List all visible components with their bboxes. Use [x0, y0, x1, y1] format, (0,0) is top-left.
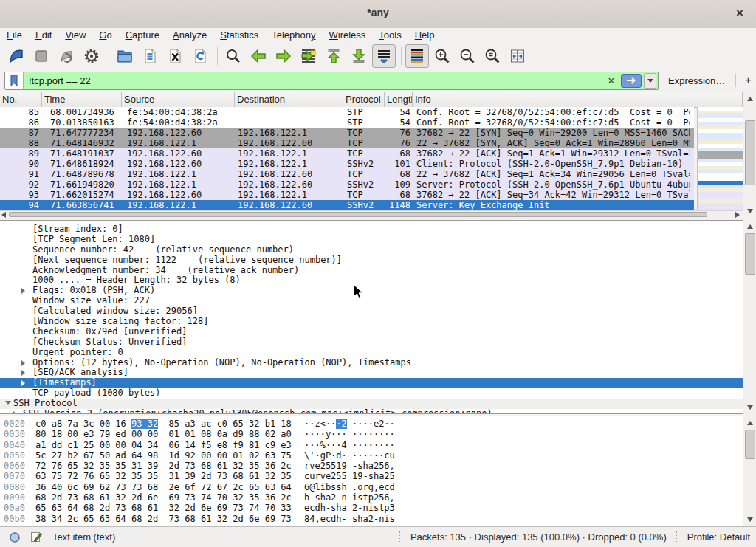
detail-line[interactable]: [TCP Segment Len: 1080] — [0, 235, 743, 245]
scroll-down-button[interactable] — [744, 402, 756, 413]
detail-line[interactable]: Window size value: 227 — [0, 296, 743, 306]
menu-capture[interactable]: Capture — [119, 28, 166, 43]
menu-telephony[interactable]: Telephony — [265, 28, 322, 43]
go-last-button[interactable] — [347, 44, 371, 68]
menu-file[interactable]: File — [0, 28, 29, 43]
scroll-down-button[interactable] — [744, 515, 756, 525]
expander-closed-icon[interactable] — [13, 411, 17, 414]
zoom-in-button[interactable] — [430, 44, 454, 68]
detail-line[interactable]: SSH Protocol — [0, 399, 743, 409]
filter-clear-button[interactable]: ✕ — [604, 75, 619, 86]
packet-row[interactable]: 9071.648618924192.168.122.60192.168.122.… — [0, 159, 694, 169]
packet-row[interactable]: 9471.663856741192.168.122.1192.168.122.6… — [0, 200, 694, 210]
menu-view[interactable]: View — [58, 28, 92, 43]
filter-dropdown-button[interactable] — [644, 73, 656, 89]
detail-line[interactable]: [Window size scaling factor: 128] — [0, 317, 743, 327]
hex-row[interactable]: 008036 40 6c 69 62 73 73 68 2e 6f 72 67 … — [0, 482, 743, 492]
hex-ascii[interactable]: curve255 19-sha25 — [304, 471, 395, 481]
detail-line[interactable]: [Next sequence number: 1122 (relative se… — [0, 255, 743, 266]
column-header-no[interactable]: No. — [0, 92, 42, 107]
menu-help[interactable]: Help — [408, 28, 441, 43]
packet-list-minimap[interactable] — [697, 107, 743, 210]
expander-closed-icon[interactable] — [21, 360, 25, 366]
hex-row[interactable]: 00a065 63 64 68 2d 73 68 61 32 2d 6e 69 … — [0, 503, 743, 513]
menu-wireless[interactable]: Wireless — [323, 28, 373, 43]
details-vscrollbar[interactable] — [743, 220, 756, 414]
hex-bytes[interactable]: 63 75 72 76 65 32 35 35 31 39 2d 73 68 6… — [35, 471, 292, 481]
hex-row[interactable]: 0040a1 dd c1 25 00 00 04 34 06 14 f5 e8 … — [0, 440, 743, 450]
hex-ascii[interactable]: 6@libssh .org,ecd — [304, 482, 395, 492]
add-filter-button[interactable]: + — [745, 74, 752, 87]
scrollbar-thumb[interactable] — [9, 212, 707, 217]
hex-row[interactable]: 009068 2d 73 68 61 32 2d 6e 69 73 74 70 … — [0, 492, 743, 503]
hex-row[interactable]: 00b038 34 2c 65 63 64 68 2d 73 68 61 32 … — [0, 514, 743, 524]
packet-row[interactable]: 9171.648789678192.168.122.1192.168.122.6… — [0, 169, 694, 179]
column-header-destination[interactable]: Destination — [235, 92, 343, 107]
menu-statistics[interactable]: Statistics — [213, 28, 265, 43]
hex-ascii[interactable]: \'·gP·d· ······cu — [304, 450, 395, 461]
hex-bytes[interactable]: 68 2d 73 68 61 32 2d 6e 69 73 74 70 32 3… — [35, 492, 292, 503]
file-open-button[interactable] — [113, 44, 137, 68]
column-header-info[interactable]: Info — [413, 92, 743, 107]
detail-line[interactable]: Acknowledgment number: 34 (relative ack … — [0, 266, 743, 276]
find-packet-button[interactable] — [221, 44, 245, 68]
hex-row[interactable]: 006072 76 65 32 35 35 31 39 2d 73 68 61 … — [0, 461, 743, 471]
menu-analyze[interactable]: Analyze — [166, 28, 213, 43]
go-first-button[interactable] — [322, 44, 346, 68]
packet-row[interactable]: 9271.661949820192.168.122.1192.168.122.6… — [0, 179, 694, 190]
scrollbar-thumb[interactable] — [745, 430, 755, 459]
wireshark-start-button[interactable] — [4, 44, 28, 68]
scroll-right-button[interactable] — [734, 212, 741, 218]
filter-apply-button[interactable] — [621, 74, 642, 88]
detail-line[interactable]: 1000 .... = Header Length: 32 bytes (8) — [0, 275, 743, 286]
close-window-button[interactable]: × — [732, 6, 747, 21]
hex-ascii[interactable]: ···%···4 ········ — [304, 440, 395, 450]
packet-list-hscrollbar[interactable] — [0, 210, 743, 219]
hex-ascii[interactable]: ····y··· ········ — [304, 429, 395, 439]
hex-ascii[interactable]: 84,ecdh- sha2-nis — [304, 514, 395, 524]
scroll-up-button[interactable] — [744, 94, 756, 104]
detail-line[interactable]: [SEQ/ACK analysis] — [0, 368, 743, 378]
file-close-button[interactable] — [163, 44, 187, 68]
expander-closed-icon[interactable] — [21, 370, 25, 376]
hex-bytes[interactable]: 5c 27 b2 67 50 ad 64 98 1d 92 00 00 01 0… — [35, 450, 292, 461]
hex-bytes[interactable]: 80 18 00 e3 79 ed 00 00 01 01 08 0a d9 8… — [35, 429, 292, 439]
packet-list-vscrollbar[interactable] — [743, 92, 756, 218]
menu-go[interactable]: Go — [92, 28, 118, 43]
column-header-time[interactable]: Time — [42, 92, 122, 107]
scroll-down-button[interactable] — [744, 206, 756, 216]
file-reload-button[interactable] — [188, 44, 212, 68]
capture-comment-icon[interactable] — [30, 531, 43, 543]
file-save-button[interactable] — [138, 44, 162, 68]
packet-bytes-pane[interactable]: 0020c0 a8 7a 3c 00 16 93 32 85 a3 ac c0 … — [0, 416, 743, 526]
detail-line[interactable]: [Timestamps] — [0, 378, 743, 388]
packet-row[interactable]: 8971.648191037192.168.122.60192.168.122.… — [0, 148, 694, 159]
hex-bytes[interactable]: 38 34 2c 65 63 64 68 2d 73 68 61 32 2d 6… — [35, 514, 292, 524]
zoom-out-button[interactable] — [456, 44, 479, 68]
hex-ascii[interactable]: ecdh-sha 2-nistp3 — [304, 503, 395, 513]
hex-bytes[interactable]: 72 76 65 32 35 35 31 39 2d 73 68 61 32 3… — [35, 461, 292, 471]
hex-ascii[interactable]: ··z<···2 ····e2·· — [304, 419, 395, 429]
filter-bookmark-button[interactable] — [5, 72, 24, 89]
menu-edit[interactable]: Edit — [29, 28, 58, 43]
expander-open-icon[interactable] — [5, 401, 11, 405]
go-to-packet-button[interactable] — [297, 44, 320, 68]
column-header-length[interactable]: Length — [385, 92, 413, 107]
capture-options-button[interactable] — [80, 44, 103, 68]
expression-button[interactable]: Expression… — [668, 75, 725, 86]
column-header-protocol[interactable]: Protocol — [343, 92, 385, 107]
detail-line[interactable]: [Checksum Status: Unverified] — [0, 337, 743, 348]
detail-line[interactable]: Options: (12 bytes), No-Operation (NOP),… — [0, 358, 743, 368]
hex-vscrollbar[interactable] — [743, 416, 756, 526]
detail-line[interactable]: TCP payload (1080 bytes) — [0, 388, 743, 399]
hex-row[interactable]: 007063 75 72 76 65 32 35 35 31 39 2d 73 … — [0, 471, 743, 481]
column-header-source[interactable]: Source — [122, 92, 235, 107]
packet-row[interactable]: 8568.001734936fe:54:00:d4:38:2aSTP54Conf… — [0, 107, 694, 117]
colorize-button[interactable] — [405, 44, 429, 68]
expander-closed-icon[interactable] — [21, 288, 25, 294]
hex-row[interactable]: 00505c 27 b2 67 50 ad 64 98 1d 92 00 00 … — [0, 450, 743, 461]
hex-ascii[interactable]: h-sha2-n istp256, — [304, 492, 395, 503]
resize-columns-button[interactable] — [506, 44, 529, 68]
capture-restart-button[interactable] — [55, 44, 78, 68]
detail-line[interactable]: [Calculated window size: 29056] — [0, 306, 743, 317]
